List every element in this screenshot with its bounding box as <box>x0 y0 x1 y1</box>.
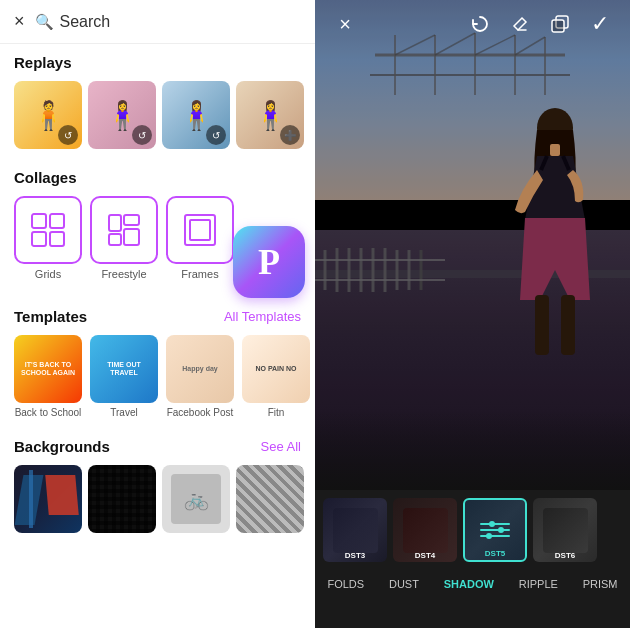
svg-rect-4 <box>109 215 121 231</box>
collage-frames[interactable]: Frames <box>166 196 234 280</box>
slider-line-3 <box>480 535 510 537</box>
backgrounds-header: Backgrounds See All <box>0 428 315 461</box>
filter-dst5[interactable]: DST5 <box>463 498 527 562</box>
collage-frames-label: Frames <box>181 268 218 280</box>
collage-frames-box <box>166 196 234 264</box>
picsart-logo[interactable]: P <box>233 226 305 298</box>
filter-prism[interactable]: PRISM <box>583 578 618 590</box>
dst5-label: DST5 <box>465 549 525 558</box>
bg-thumb-3[interactable]: 🚲 <box>162 465 230 533</box>
template-text-4: NO PAIN NO <box>242 335 310 403</box>
filter-names-row: FOLDS DUST SHADOW RIPPLE PRISM <box>315 574 630 598</box>
filter-folds[interactable]: FOLDS <box>327 578 364 590</box>
template-label-3: Facebook Post <box>167 407 234 418</box>
svg-rect-6 <box>124 229 139 245</box>
template-label-2: Travel <box>110 407 137 418</box>
frames-icon <box>182 212 218 248</box>
slider-line-1 <box>480 523 510 525</box>
bg-thumb-1[interactable] <box>14 465 82 533</box>
template-travel[interactable]: TIME OUT TRAVEL Travel <box>90 335 158 418</box>
slider-dot-3 <box>486 533 492 539</box>
filter-dst3[interactable]: DST3 <box>323 498 387 562</box>
dst4-label: DST4 <box>393 551 457 560</box>
grids-icon <box>30 212 66 248</box>
svg-rect-3 <box>50 232 64 246</box>
replay-thumb-2[interactable]: 🧍‍♀️ ↺ <box>88 81 156 149</box>
svg-rect-7 <box>109 234 121 245</box>
filter-bar: DST3 DST4 <box>315 490 630 628</box>
templates-row: IT'S BACK TO SCHOOL AGAIN Back to School… <box>0 331 315 428</box>
toolbar-right: ✓ <box>464 8 616 40</box>
template-thumb-3: Happy day <box>166 335 234 403</box>
filter-dst6[interactable]: DST6 <box>533 498 597 562</box>
dst6-label: DST6 <box>533 551 597 560</box>
replay-icon-1: ↺ <box>58 125 78 145</box>
see-all-link[interactable]: See All <box>261 439 301 454</box>
layers-icon[interactable] <box>544 8 576 40</box>
replay-thumb-4[interactable]: 🧍‍♀️ ➕ <box>236 81 304 149</box>
template-label-1: Back to School <box>15 407 82 418</box>
close-icon[interactable]: × <box>14 11 25 32</box>
right-panel: × ✓ <box>315 0 630 628</box>
replay-thumb-1[interactable]: 🧍 ↺ <box>14 81 82 149</box>
filter-thumbs-row: DST3 DST4 <box>315 490 630 574</box>
template-thumb-2: TIME OUT TRAVEL <box>90 335 158 403</box>
collage-grids-label: Grids <box>35 268 61 280</box>
bg-thumb-2[interactable] <box>88 465 156 533</box>
collage-grids[interactable]: Grids <box>14 196 82 280</box>
search-bar: × 🔍 Search <box>0 0 315 44</box>
slider-line-2 <box>480 529 510 531</box>
right-toolbar: × ✓ <box>315 0 630 48</box>
filter-ripple[interactable]: RIPPLE <box>519 578 558 590</box>
all-templates-link[interactable]: All Templates <box>224 309 301 324</box>
filter-shadow[interactable]: SHADOW <box>444 578 494 590</box>
replay-thumb-3[interactable]: 🧍‍♀️ ↺ <box>162 81 230 149</box>
bg-thumb-4[interactable] <box>236 465 304 533</box>
collages-section: Collages Grids <box>0 159 315 298</box>
search-icon: 🔍 <box>35 13 54 31</box>
svg-rect-2 <box>32 232 46 246</box>
svg-rect-11 <box>552 20 564 32</box>
confirm-button[interactable]: ✓ <box>584 8 616 40</box>
search-label[interactable]: Search <box>60 13 111 31</box>
collages-title: Collages <box>0 159 315 192</box>
collage-freestyle[interactable]: Freestyle <box>90 196 158 280</box>
svg-rect-0 <box>32 214 46 228</box>
template-facebook[interactable]: Happy day Facebook Post <box>166 335 234 418</box>
svg-rect-5 <box>124 215 139 225</box>
vignette <box>315 410 630 490</box>
close-button[interactable]: × <box>329 8 361 40</box>
slider-dot-2 <box>498 527 504 533</box>
template-text-1: IT'S BACK TO SCHOOL AGAIN <box>14 335 82 403</box>
template-thumb-1: IT'S BACK TO SCHOOL AGAIN <box>14 335 82 403</box>
filter-dust[interactable]: DUST <box>389 578 419 590</box>
replays-title: Replays <box>0 44 315 77</box>
template-fitness[interactable]: NO PAIN NO Fitn <box>242 335 310 418</box>
slider-dot-1 <box>489 521 495 527</box>
template-thumb-4: NO PAIN NO <box>242 335 310 403</box>
backgrounds-title: Backgrounds <box>14 438 110 455</box>
sliders-icon <box>480 523 510 537</box>
left-panel: × 🔍 Search Replays 🧍 ↺ 🧍‍♀️ ↺ 🧍‍♀️ ↺ 🧍‍♀… <box>0 0 315 628</box>
svg-rect-1 <box>50 214 64 228</box>
collage-freestyle-box <box>90 196 158 264</box>
dst3-label: DST3 <box>323 551 387 560</box>
freestyle-icon <box>106 212 142 248</box>
replay-icon-3: ↺ <box>206 125 226 145</box>
template-text-2: TIME OUT TRAVEL <box>90 335 158 403</box>
svg-rect-9 <box>190 220 210 240</box>
collage-freestyle-label: Freestyle <box>101 268 146 280</box>
replays-row: 🧍 ↺ 🧍‍♀️ ↺ 🧍‍♀️ ↺ 🧍‍♀️ ➕ <box>0 77 315 159</box>
collage-grids-box <box>14 196 82 264</box>
replay-icon-2: ↺ <box>132 125 152 145</box>
main-photo <box>315 0 630 490</box>
template-label-4: Fitn <box>268 407 285 418</box>
templates-header: Templates All Templates <box>0 298 315 331</box>
templates-title: Templates <box>14 308 87 325</box>
filter-dst4[interactable]: DST4 <box>393 498 457 562</box>
eraser-icon[interactable] <box>504 8 536 40</box>
template-back-to-school[interactable]: IT'S BACK TO SCHOOL AGAIN Back to School <box>14 335 82 418</box>
template-text-3: Happy day <box>166 335 234 403</box>
rotate-icon[interactable] <box>464 8 496 40</box>
replay-icon-4: ➕ <box>280 125 300 145</box>
